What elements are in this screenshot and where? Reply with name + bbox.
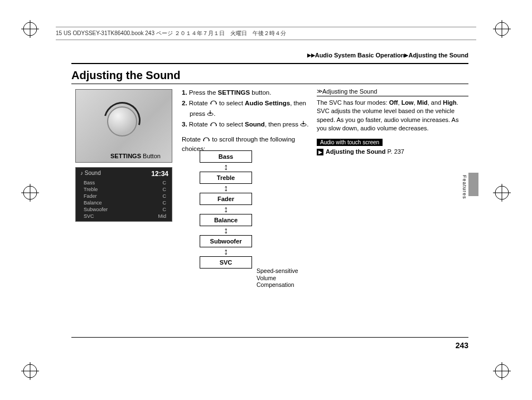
instruction-list: 1. Press the SETTINGS button. 2. Rotate …: [182, 88, 309, 131]
crop-mark-icon: [21, 362, 39, 380]
breadcrumb: ▶▶Audio System Basic Operation▶Adjusting…: [307, 52, 468, 58]
divider: [71, 63, 468, 64]
updown-arrow-icon: ↕: [200, 163, 252, 172]
cross-reference: ▶Adjusting the Sound P. 237: [317, 148, 468, 155]
section-tab-label: Features: [461, 175, 467, 199]
sidebar-note: ≫Adjusting the Sound The SVC has four mo…: [317, 88, 468, 155]
dial-icon: [202, 135, 210, 144]
flow-box: SVC: [200, 256, 252, 269]
print-metadata: 15 US ODYSSEY-31TK86400.book 243 ページ ２０１…: [56, 27, 476, 40]
sidebar-paragraph: The SVC has four modes: Off, Low, Mid, a…: [317, 99, 468, 133]
svg-marker-27: [302, 123, 304, 125]
svg-marker-22: [209, 113, 211, 114]
flow-box: Balance: [200, 214, 252, 226]
illustration-caption: SETTINGS Button: [110, 153, 161, 159]
flow-box: Bass: [200, 150, 252, 163]
crop-mark-icon: [21, 20, 39, 38]
triangle-icon: ▶: [404, 52, 408, 58]
push-icon: [207, 109, 214, 119]
page-number: 243: [456, 341, 468, 350]
flow-box: Subwoofer: [200, 235, 252, 247]
crop-mark-icon: [493, 184, 511, 202]
crop-mark-icon: [493, 20, 511, 38]
double-triangle-icon: ≫: [317, 88, 321, 94]
section-tab-bg: [468, 173, 478, 196]
updown-arrow-icon: ↕: [200, 247, 252, 256]
updown-arrow-icon: ↕: [200, 184, 252, 193]
updown-arrow-icon: ↕: [200, 205, 252, 214]
push-icon: [300, 120, 307, 129]
page-title: Adjusting the Sound: [71, 69, 181, 82]
flow-diagram: Bass ↕ Treble ↕ Fader ↕ Balance ↕ Subwoo…: [200, 150, 252, 269]
svc-caption: Speed-sensitive Volume Compensation: [257, 267, 312, 289]
divider: [71, 337, 468, 338]
divider: [71, 84, 468, 84]
dial-icon: [210, 120, 217, 129]
dial-icon: [210, 98, 217, 108]
category-pill: Audio with touch screen: [317, 139, 383, 146]
updown-arrow-icon: ↕: [200, 226, 252, 235]
crop-mark-icon: [21, 184, 39, 202]
illustration-settings-dial: [75, 89, 172, 163]
flow-box: Fader: [200, 193, 252, 205]
triangle-icon: ▶▶: [307, 52, 315, 58]
illustration-sound-screen: ♪ Sound 12:34 BassC TrebleC FaderC Balan…: [75, 167, 172, 222]
crop-mark-icon: [493, 362, 511, 380]
xref-icon: ▶: [317, 149, 323, 155]
sidebar-heading: ≫Adjusting the Sound: [317, 88, 468, 96]
flow-box: Treble: [200, 172, 252, 184]
